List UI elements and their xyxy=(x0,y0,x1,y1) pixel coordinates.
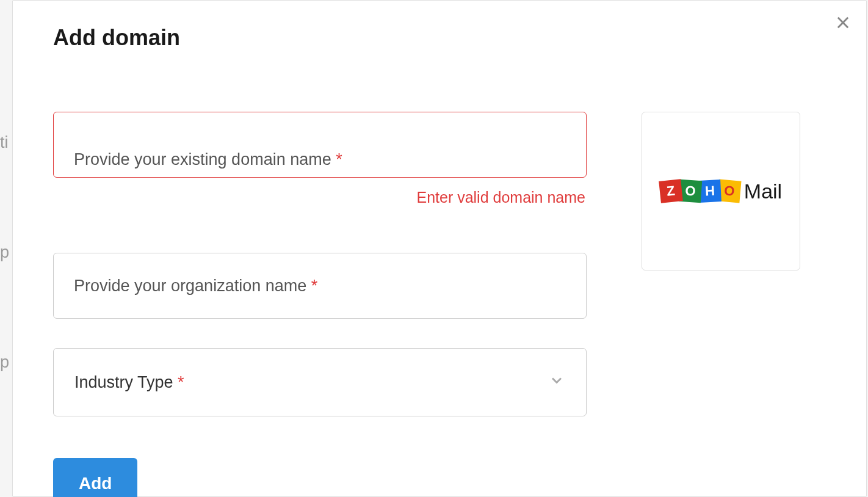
domain-error-text: Enter valid domain name xyxy=(53,189,587,206)
close-icon xyxy=(834,24,852,33)
industry-select-label: Industry Type * xyxy=(74,373,184,392)
close-button[interactable] xyxy=(832,12,854,35)
add-domain-modal: Add domain Provide your existing domain … xyxy=(12,0,867,497)
zoho-mail-logo: Z O H O Mail xyxy=(660,180,782,203)
organization-input[interactable] xyxy=(53,253,587,319)
zoho-letter-blocks: Z O H O xyxy=(660,180,740,202)
required-marker: * xyxy=(178,373,184,391)
background-truncated-text: ti xyxy=(0,133,9,152)
organization-field-wrapper: Provide your organization name * xyxy=(53,253,587,319)
content-area: Provide your existing domain name * Ente… xyxy=(53,112,826,497)
zoho-mail-logo-box: Z O H O Mail xyxy=(642,112,800,270)
mail-text: Mail xyxy=(744,180,782,203)
logo-column: Z O H O Mail xyxy=(642,112,800,497)
form-column: Provide your existing domain name * Ente… xyxy=(53,112,587,497)
industry-select[interactable]: Industry Type * xyxy=(53,348,587,416)
industry-field-wrapper: Industry Type * xyxy=(53,348,587,416)
background-truncated-text: p xyxy=(0,353,9,372)
domain-input[interactable] xyxy=(53,112,587,178)
add-button[interactable]: Add xyxy=(53,458,137,497)
modal-title: Add domain xyxy=(53,25,826,51)
zoho-block-z: Z xyxy=(659,179,683,203)
chevron-down-icon xyxy=(548,372,565,393)
domain-field-wrapper: Provide your existing domain name * Ente… xyxy=(53,112,587,206)
background-truncated-text: p xyxy=(0,243,9,262)
